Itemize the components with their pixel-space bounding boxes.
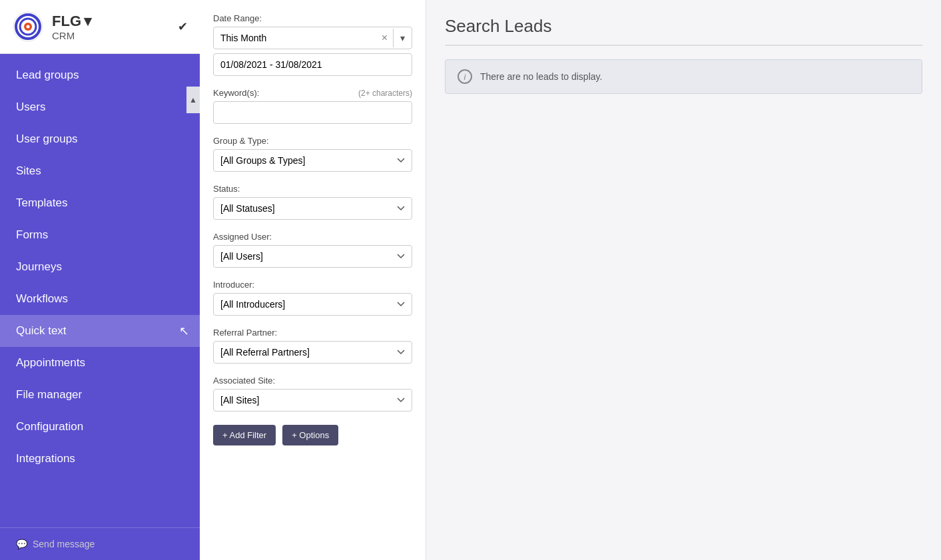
status-label-text: Status: — [213, 184, 240, 194]
assigned-user-label-text: Assigned User: — [213, 232, 272, 242]
no-results-message: There are no leads to display. — [480, 71, 602, 82]
status-row: Status: [All Statuses] — [213, 184, 412, 220]
date-range-wrapper: This Month × ▾ — [213, 27, 412, 49]
date-range-dropdown-button[interactable]: ▾ — [393, 29, 412, 47]
associated-site-select[interactable]: [All Sites] — [213, 389, 412, 412]
status-label: Status: — [213, 184, 412, 194]
sidebar-item-quick-text[interactable]: Quick text ↖ — [0, 315, 200, 347]
associated-site-label: Associated Site: — [213, 376, 412, 386]
sidebar-item-label: Workflows — [16, 292, 68, 306]
sidebar-item-label: File manager — [16, 388, 82, 402]
send-message-icon: 💬 — [16, 539, 27, 549]
sidebar: FLG ▾ CRM ✔ ▲ Lead groups Users User gro… — [0, 0, 200, 560]
sidebar-item-label: Sites — [16, 164, 41, 178]
nav-list: Lead groups Users User groups Sites Temp… — [0, 54, 200, 527]
group-type-select[interactable]: [All Groups & Types] — [213, 149, 412, 172]
sidebar-item-integrations[interactable]: Integrations — [0, 443, 200, 475]
logo-text: FLG ▾ CRM — [52, 13, 91, 41]
main-area: Date Range: This Month × ▾ Keyword(s): (… — [200, 0, 941, 560]
introducer-select[interactable]: [All Introducers] — [213, 293, 412, 316]
assigned-user-label: Assigned User: — [213, 232, 412, 242]
keywords-hint: (2+ characters) — [358, 89, 412, 98]
date-range-clear-button[interactable]: × — [376, 28, 393, 48]
app-name: FLG ▾ — [52, 13, 91, 30]
sidebar-item-label: Appointments — [16, 356, 85, 370]
sidebar-item-label: Quick text — [16, 324, 67, 338]
app-name-text: FLG — [52, 13, 81, 30]
filter-actions: + Add Filter + Options — [213, 425, 412, 445]
sidebar-item-label: Forms — [16, 228, 48, 242]
sidebar-item-journeys[interactable]: Journeys — [0, 251, 200, 283]
sidebar-item-forms[interactable]: Forms — [0, 219, 200, 251]
filter-panel: Date Range: This Month × ▾ Keyword(s): (… — [200, 0, 426, 560]
add-filter-label: + Add Filter — [222, 430, 266, 440]
referral-partner-row: Referral Partner: [All Referral Partners… — [213, 328, 412, 364]
introducer-label: Introducer: — [213, 280, 412, 290]
referral-partner-label: Referral Partner: — [213, 328, 412, 338]
date-range-label: Date Range: — [213, 13, 412, 23]
app-name-dropdown-icon[interactable]: ▾ — [84, 13, 91, 30]
sidebar-item-label: Users — [16, 101, 45, 114]
app-logo-icon — [12, 11, 44, 43]
sidebar-bottom[interactable]: 💬 Send message — [0, 527, 200, 560]
sidebar-item-user-groups[interactable]: User groups — [0, 123, 200, 155]
info-icon: i — [458, 69, 472, 84]
keywords-row: Keyword(s): (2+ characters) — [213, 88, 412, 124]
svg-point-4 — [27, 25, 30, 29]
referral-partner-select[interactable]: [All Referral Partners] — [213, 341, 412, 364]
assigned-user-select[interactable]: [All Users] — [213, 245, 412, 268]
sidebar-collapse-button[interactable]: ▲ — [186, 87, 200, 113]
check-icon: ✔ — [178, 19, 188, 34]
keywords-label: Keyword(s): (2+ characters) — [213, 88, 412, 98]
sidebar-item-workflows[interactable]: Workflows — [0, 283, 200, 315]
associated-site-row: Associated Site: [All Sites] — [213, 376, 412, 412]
options-button[interactable]: + Options — [282, 425, 338, 445]
sidebar-item-templates[interactable]: Templates — [0, 187, 200, 219]
sidebar-item-label: Configuration — [16, 420, 83, 433]
assigned-user-row: Assigned User: [All Users] — [213, 232, 412, 268]
app-subtitle: CRM — [52, 30, 91, 41]
options-label: + Options — [292, 430, 329, 440]
sidebar-item-label: Journeys — [16, 260, 62, 274]
sidebar-item-label: Templates — [16, 196, 67, 210]
sidebar-item-file-manager[interactable]: File manager — [0, 379, 200, 411]
add-filter-button[interactable]: + Add Filter — [213, 425, 276, 445]
date-range-selected-value[interactable]: This Month — [214, 27, 376, 49]
sidebar-item-users[interactable]: Users — [0, 91, 200, 123]
sidebar-item-lead-groups[interactable]: Lead groups — [0, 59, 200, 91]
associated-site-label-text: Associated Site: — [213, 376, 275, 386]
date-range-text-input[interactable] — [213, 53, 412, 76]
date-range-row: Date Range: This Month × ▾ — [213, 13, 412, 76]
sidebar-item-label: User groups — [16, 133, 78, 146]
group-type-label: Group & Type: — [213, 136, 412, 146]
no-results-info-box: i There are no leads to display. — [445, 59, 922, 94]
sidebar-item-sites[interactable]: Sites — [0, 155, 200, 187]
sidebar-item-appointments[interactable]: Appointments — [0, 347, 200, 379]
status-select[interactable]: [All Statuses] — [213, 197, 412, 220]
keywords-input[interactable] — [213, 101, 412, 124]
group-type-row: Group & Type: [All Groups & Types] — [213, 136, 412, 172]
cursor-pointer-icon: ↖ — [179, 324, 189, 338]
content-area: Search Leads i There are no leads to dis… — [426, 0, 941, 560]
keywords-label-text: Keyword(s): — [213, 88, 259, 98]
introducer-label-text: Introducer: — [213, 280, 254, 290]
date-range-label-text: Date Range: — [213, 13, 262, 23]
sidebar-item-label: Integrations — [16, 452, 75, 465]
page-title: Search Leads — [445, 16, 922, 46]
sidebar-item-label: Lead groups — [16, 69, 79, 82]
send-message-label: Send message — [33, 539, 95, 549]
group-type-label-text: Group & Type: — [213, 136, 269, 146]
referral-partner-label-text: Referral Partner: — [213, 328, 277, 338]
sidebar-header: FLG ▾ CRM ✔ — [0, 0, 200, 54]
sidebar-item-configuration[interactable]: Configuration — [0, 411, 200, 443]
introducer-row: Introducer: [All Introducers] — [213, 280, 412, 316]
